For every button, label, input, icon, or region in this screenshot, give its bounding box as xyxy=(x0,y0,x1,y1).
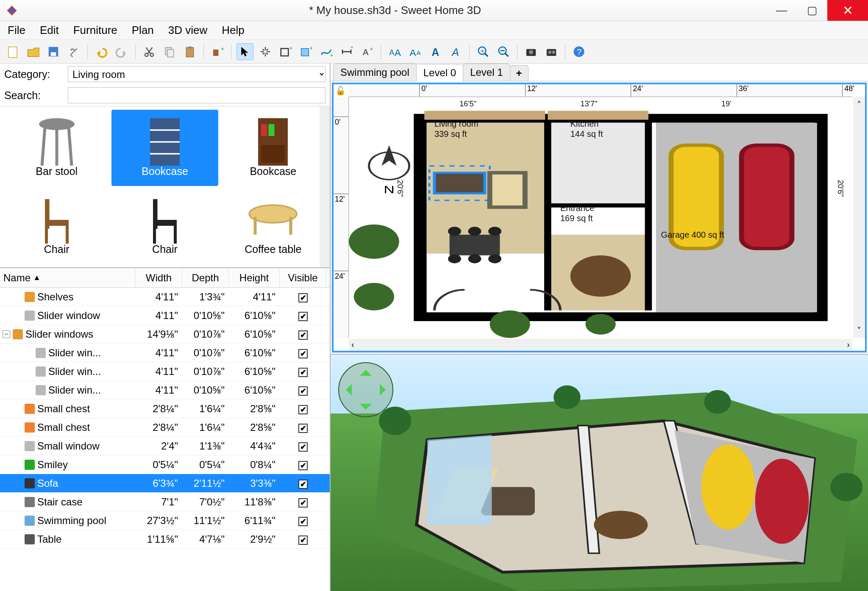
furniture-row[interactable]: −Slider windows14'9⅛"0'10⅞"6'10⅝"✔ xyxy=(0,325,330,344)
furniture-depth: 11'1½" xyxy=(182,515,229,527)
visible-checkbox[interactable]: ✔ xyxy=(298,536,308,545)
paste-button[interactable] xyxy=(181,43,198,60)
maximize-button[interactable]: ▢ xyxy=(797,0,827,21)
catalog-item[interactable]: Chair xyxy=(111,188,218,264)
search-input[interactable] xyxy=(68,87,326,103)
catalog-item[interactable]: Bookcase xyxy=(220,110,326,186)
cut-button[interactable] xyxy=(141,43,158,60)
col-name[interactable]: Name▲ xyxy=(0,268,136,287)
furniture-row[interactable]: Sofa6'3¾"2'11½"3'3⅜"✔ xyxy=(0,474,330,493)
furniture-depth: 4'7⅛" xyxy=(182,533,229,545)
create-dimensions-button[interactable]: + xyxy=(338,43,355,60)
furniture-name: Small window xyxy=(37,440,100,452)
plan-h-scrollbar[interactable]: ‹› xyxy=(349,339,852,351)
visible-checkbox[interactable]: ✔ xyxy=(298,480,308,489)
catalog-item[interactable]: Chair xyxy=(3,188,110,264)
new-button[interactable] xyxy=(4,43,21,60)
add-furniture-button[interactable]: + xyxy=(209,43,226,60)
pan-button[interactable] xyxy=(257,43,274,60)
save-icon xyxy=(47,45,60,58)
room-label: Kitchen144 sq ft xyxy=(570,119,603,139)
furniture-row[interactable]: Slider win...4'11"0'10⅝"6'10⅝"✔ xyxy=(0,381,330,400)
visible-checkbox[interactable]: ✔ xyxy=(298,386,308,396)
plan-canvas[interactable]: N Living room339 sq ftKitchen144 sq ftEn… xyxy=(349,97,852,338)
preferences-button[interactable] xyxy=(65,43,82,60)
visible-checkbox[interactable]: ✔ xyxy=(298,405,308,414)
undo-button[interactable] xyxy=(93,43,110,60)
visible-checkbox[interactable]: ✔ xyxy=(298,424,308,433)
lock-icon[interactable]: 🔓 xyxy=(335,86,346,96)
bold-button[interactable]: A xyxy=(427,43,444,60)
menu-edit[interactable]: Edit xyxy=(37,22,61,39)
add-level-button[interactable]: + xyxy=(510,65,529,81)
plan-area[interactable]: 🔓 0'12'24'36'48' 0'12'24' xyxy=(332,83,867,352)
menu-help[interactable]: Help xyxy=(219,22,247,39)
furniture-row[interactable]: Slider win...4'11"0'10⅞"6'10⅝"✔ xyxy=(0,344,330,362)
furniture-row[interactable]: Swimming pool27'3½"11'1½"6'11¾"✔ xyxy=(0,511,330,530)
col-height[interactable]: Height xyxy=(229,268,280,287)
svg-point-86 xyxy=(468,254,481,263)
copy-button[interactable] xyxy=(161,43,178,60)
furniture-row[interactable]: Small window2'4"1'1⅜"4'4¾"✔ xyxy=(0,437,330,455)
menu-furniture[interactable]: Furniture xyxy=(71,22,120,39)
redo-button[interactable] xyxy=(113,43,130,60)
dimension-label: 20'6" xyxy=(395,180,404,197)
close-button[interactable]: ✕ xyxy=(827,0,868,21)
catalog-item[interactable]: Bar stool xyxy=(3,110,110,186)
zoom-out-button[interactable] xyxy=(495,43,512,60)
catalog-item[interactable]: Bookcase xyxy=(111,110,218,186)
furniture-height: 3'3⅜" xyxy=(229,477,280,489)
col-width[interactable]: Width xyxy=(136,268,182,287)
category-select[interactable]: Living room xyxy=(68,66,326,82)
furniture-row[interactable]: Table1'11⅝"4'7⅛"2'9½"✔ xyxy=(0,530,330,549)
col-visible[interactable]: Visible xyxy=(280,268,326,287)
svg-point-5 xyxy=(71,48,73,50)
help-button[interactable]: ? xyxy=(570,43,587,60)
select-button[interactable] xyxy=(236,43,253,60)
visible-checkbox[interactable]: ✔ xyxy=(298,349,308,358)
create-rooms-button[interactable]: + xyxy=(298,43,314,60)
level-tab[interactable]: Level 0 xyxy=(416,64,463,81)
visible-checkbox[interactable]: ✔ xyxy=(298,498,308,508)
save-button[interactable] xyxy=(45,43,62,60)
create-polyline-button[interactable]: + xyxy=(318,43,335,60)
menu-3d-view[interactable]: 3D view xyxy=(166,22,210,39)
plan-v-scrollbar[interactable]: ˄˅ xyxy=(853,97,865,338)
visible-checkbox[interactable]: ✔ xyxy=(298,461,308,470)
minimize-button[interactable]: — xyxy=(766,0,797,21)
app-icon xyxy=(6,5,18,17)
visible-checkbox[interactable]: ✔ xyxy=(298,442,308,452)
tree-toggle-icon[interactable]: − xyxy=(3,330,10,338)
photo-button[interactable] xyxy=(523,43,540,60)
visible-checkbox[interactable]: ✔ xyxy=(298,368,308,377)
visible-checkbox[interactable]: ✔ xyxy=(298,312,308,321)
catalog-item[interactable]: Coffee table xyxy=(220,188,326,264)
visible-checkbox[interactable]: ✔ xyxy=(298,293,308,302)
decrease-text-button[interactable]: AA xyxy=(406,43,423,60)
level-tab[interactable]: Swimming pool xyxy=(333,64,417,81)
furniture-row[interactable]: Slider window4'11"0'10⅝"6'10⅝"✔ xyxy=(0,306,330,325)
furniture-row[interactable]: Stair case7'1"7'0½"11'8⅜"✔ xyxy=(0,493,330,511)
furniture-row[interactable]: Slider win...4'11"0'10⅞"6'10⅝"✔ xyxy=(0,362,330,381)
zoom-in-button[interactable]: + xyxy=(475,43,492,60)
italic-button[interactable]: A xyxy=(447,43,464,60)
create-walls-button[interactable]: + xyxy=(277,43,294,60)
3d-view[interactable] xyxy=(331,354,868,591)
catalog-scrollbar[interactable] xyxy=(320,106,330,267)
level-tab[interactable]: Level 1 xyxy=(463,64,510,81)
furniture-row[interactable]: Small chest2'8¼"1'6¼"2'8⅝"✔ xyxy=(0,400,330,418)
open-button[interactable] xyxy=(25,43,42,60)
furniture-row[interactable]: Smiley0'5¼"0'5¼"0'8¼"✔ xyxy=(0,455,330,474)
video-button[interactable] xyxy=(543,43,560,60)
furniture-row[interactable]: Small chest2'8¼"1'6¼"2'8⅝"✔ xyxy=(0,418,330,437)
col-depth[interactable]: Depth xyxy=(182,268,229,287)
menu-file[interactable]: File xyxy=(5,22,28,39)
visible-checkbox[interactable]: ✔ xyxy=(298,517,308,526)
menu-plan[interactable]: Plan xyxy=(129,22,156,39)
furniture-row[interactable]: Shelves4'11"1'3¾"4'11"✔ xyxy=(0,288,330,306)
toolbar-separator xyxy=(87,44,88,59)
visible-checkbox[interactable]: ✔ xyxy=(298,330,308,340)
svg-rect-4 xyxy=(51,52,56,56)
increase-text-button[interactable]: AA xyxy=(386,43,403,60)
add-text-button[interactable]: A+ xyxy=(359,43,376,60)
